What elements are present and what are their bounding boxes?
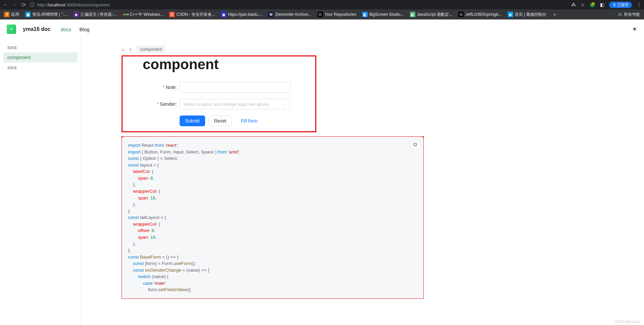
- bookmark-label: Your Repositories: [325, 12, 356, 17]
- extensions-icon[interactable]: 🧩: [590, 2, 595, 7]
- breadcrumb-current: component: [137, 46, 165, 53]
- bookmark-label: 汇编语言 | 寄存器-...: [81, 12, 117, 17]
- back-button[interactable]: ←: [3, 2, 8, 8]
- favicon: ◈: [74, 12, 79, 17]
- form-row-gender: *Gender: Select a option and change inpu…: [126, 99, 312, 109]
- favicon: ⎔: [318, 12, 323, 17]
- bookmark-item[interactable]: ⠿应用: [3, 11, 20, 18]
- site-info-icon[interactable]: i: [30, 2, 35, 7]
- bookmark-item[interactable]: ◈汇编语言 | 寄存器-...: [72, 11, 118, 18]
- bookmark-item[interactable]: ⎔JeffLi1993/springb...: [457, 11, 503, 18]
- bookmark-label: 资讯-哔哩哔哩 ( ˇ-...: [32, 12, 67, 17]
- nav-link-docs[interactable]: docs: [61, 27, 72, 32]
- bookmarks-bar: ⠿应用▣资讯-哔哩哔哩 ( ˇ-...◈汇编语言 | 寄存器-...■■■■C+…: [0, 9, 644, 19]
- gender-label: *Gender:: [126, 101, 180, 107]
- reset-button[interactable]: Reset: [209, 115, 232, 126]
- bookmarks-overflow[interactable]: »: [552, 11, 557, 17]
- bookmark-label: Devcenter Archive...: [275, 12, 311, 17]
- code-highlight-box: import React from 'react'; import { Butt…: [122, 136, 424, 299]
- fill-form-button[interactable]: Fill form: [235, 115, 263, 126]
- favicon: C: [169, 12, 175, 17]
- code-content: import React from 'react'; import { Butt…: [128, 142, 417, 293]
- favicon: ◉: [221, 12, 226, 17]
- forward-button[interactable]: →: [12, 2, 17, 8]
- bookmark-item[interactable]: ▣资讯-哔哩哔哩 ( ˇ-...: [24, 11, 69, 18]
- site-title[interactable]: yma16 doc: [23, 26, 51, 32]
- sidepanel-icon[interactable]: ◧: [600, 2, 604, 7]
- gender-select[interactable]: Select a option and change input text ab…: [180, 99, 290, 109]
- form-row-note: *Note:: [126, 82, 312, 93]
- watermark: CSDN @yma16: [614, 320, 641, 324]
- paused-label: 已暂停: [617, 2, 629, 7]
- bookmark-label: C++ 中 Windows...: [130, 12, 163, 17]
- main-content: ⌂ ❯ component component *Note: *Gender: …: [81, 39, 644, 325]
- sidebar-item-component[interactable]: component: [3, 52, 78, 62]
- favicon: ■■■■: [123, 12, 128, 17]
- bookmark-label: 应用: [11, 12, 19, 17]
- code-block: import React from 'react'; import { Butt…: [122, 137, 423, 298]
- bookmark-item[interactable]: ◉https://pan.baidu....: [220, 11, 264, 18]
- folder-icon: 🗀: [618, 12, 622, 17]
- note-label: *Note:: [126, 85, 180, 90]
- breadcrumb-separator: ❯: [129, 47, 132, 51]
- star-icon[interactable]: ☆: [581, 2, 585, 7]
- favicon: ◧: [362, 12, 368, 17]
- site-logo[interactable]: ≡: [7, 25, 16, 34]
- bookmark-item[interactable]: ◐JavaScript 函数定...: [409, 11, 454, 18]
- breadcrumb: ⌂ ❯ component: [122, 46, 631, 53]
- url-text: http://localhost:3000/docs/component: [37, 2, 109, 7]
- theme-toggle-icon[interactable]: ☀: [632, 26, 637, 33]
- favicon: ▣: [25, 12, 31, 17]
- profile-paused-badge[interactable]: ⏸ 已暂停: [609, 2, 632, 8]
- form-actions: Submit Reset Fill form: [180, 115, 312, 126]
- sidebar-item-sora[interactable]: sora: [3, 42, 78, 52]
- chevron-down-icon: ⌄: [283, 102, 286, 106]
- all-bookmarks-folder[interactable]: 🗀 所有书签: [617, 11, 641, 18]
- nav-link-blog[interactable]: Blog: [79, 27, 89, 32]
- bookmark-label: BigScreen Studio...: [369, 12, 404, 17]
- site-header: ≡ yma16 doc docsBlog ☀: [0, 19, 644, 39]
- reload-button[interactable]: ⟳: [21, 2, 26, 8]
- bookmark-label: https://pan.baidu....: [228, 12, 262, 17]
- bookmark-item[interactable]: ⎔Your Repositories: [316, 11, 358, 18]
- bookmark-item[interactable]: CCSDN - 专业开发者...: [168, 11, 216, 18]
- favicon: ⎔: [458, 12, 464, 17]
- copy-button[interactable]: [411, 140, 420, 149]
- bookmark-item[interactable]: ■■■■C++ 中 Windows...: [121, 11, 165, 18]
- sidebar-item-sora[interactable]: sora: [3, 62, 78, 73]
- favicon: ⠿: [4, 12, 9, 17]
- page-title: component: [143, 56, 312, 73]
- bookmark-item[interactable]: ◈首页 | 高德控制台: [506, 11, 548, 18]
- bookmark-label: JeffLi1993/springb...: [465, 12, 502, 17]
- copy-icon: [413, 142, 418, 147]
- favicon: W: [268, 12, 274, 17]
- pause-icon: ⏸: [612, 3, 616, 7]
- form-highlight-box: component *Note: *Gender: Select a optio…: [122, 55, 316, 132]
- address-bar[interactable]: i http://localhost:3000/docs/component: [30, 2, 109, 7]
- favicon: ◐: [410, 12, 415, 17]
- bookmark-item[interactable]: ◧BigScreen Studio...: [361, 11, 405, 18]
- bookmark-item[interactable]: WDevcenter Archive...: [267, 11, 313, 18]
- browser-nav-bar: ← → ⟳ i http://localhost:3000/docs/compo…: [0, 0, 644, 9]
- home-icon[interactable]: ⌂: [122, 47, 124, 52]
- all-bookmarks-label: 所有书签: [624, 12, 640, 17]
- menu-icon[interactable]: ⋮: [637, 2, 641, 7]
- bookmark-label: 首页 | 高德控制台: [515, 12, 546, 17]
- favicon: ◈: [508, 12, 513, 17]
- note-input[interactable]: [180, 82, 290, 93]
- submit-button[interactable]: Submit: [180, 115, 205, 126]
- bookmark-label: JavaScript 函数定...: [417, 12, 452, 17]
- header-nav: docsBlog: [61, 27, 90, 32]
- translate-icon[interactable]: ⁂: [571, 2, 576, 7]
- sidebar: soracomponentsora: [0, 39, 81, 325]
- gender-placeholder: Select a option and change input text ab…: [184, 102, 269, 107]
- bookmark-label: CSDN - 专业开发者...: [176, 12, 215, 17]
